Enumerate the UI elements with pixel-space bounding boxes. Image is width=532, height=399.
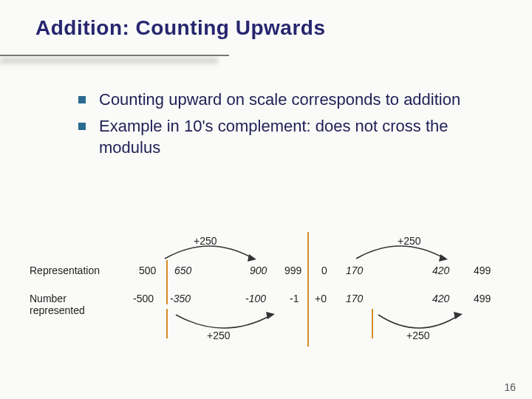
cell: 999 [284,265,301,276]
cell: -100 [245,293,266,304]
cell: -1 [290,293,299,304]
cell: 0 [321,265,327,276]
diagram: +250 +250 Representation 500 650 900 999… [30,235,502,361]
bullet-text: Counting upward on scale corresponds to … [99,89,460,111]
cell: 170 [346,265,363,276]
arc-label-top-right: +250 [398,235,421,247]
cell: 500 [139,265,156,276]
page-number: 16 [504,381,516,393]
tick [166,260,168,304]
bullet-list: Counting upward on scale corresponds to … [35,89,497,159]
list-item: Counting upward on scale corresponds to … [78,89,497,111]
cell: 499 [474,293,491,304]
arc-label-bottom-right: +250 [406,330,430,341]
arc-label-top-left: +250 [194,235,217,247]
cell: 420 [432,265,449,276]
cell: 499 [474,265,491,276]
row-label-number: Number represented [30,293,118,316]
bullet-square-icon [78,96,86,103]
cell: 420 [432,293,449,304]
arc-label-bottom-left: +250 [207,330,231,341]
title-shadow [0,58,218,64]
cell: +0 [315,293,327,304]
tick [166,309,168,338]
cell: 650 [174,265,191,276]
title-underline [0,55,229,56]
cell: -350 [170,293,191,304]
cell: -500 [133,293,154,304]
slide-title: Addition: Counting Upwards [35,16,497,40]
bullet-text: Example in 10's complement: does not cro… [99,115,497,159]
row-label-representation: Representation [30,265,100,276]
cell: 170 [346,293,363,304]
list-item: Example in 10's complement: does not cro… [78,115,497,159]
bullet-square-icon [78,123,86,130]
modulus-divider [307,232,309,347]
cell: 900 [250,265,267,276]
